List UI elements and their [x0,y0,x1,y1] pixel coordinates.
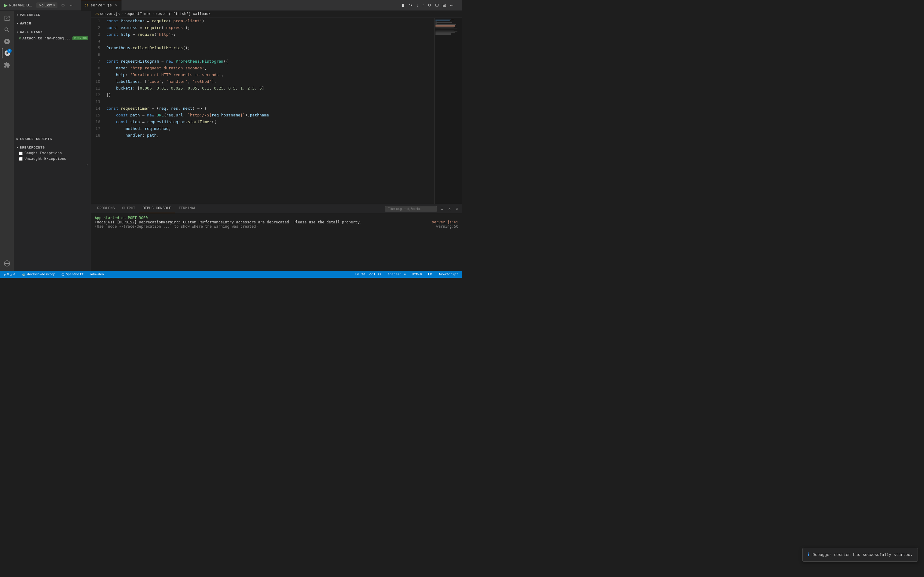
encoding-text: UTF-8 [412,272,422,276]
minimap [435,18,462,204]
format-button[interactable]: ≡ [439,206,444,212]
loaded-scripts-chevron: ▶ [16,137,19,141]
code-line-1: const Prometheus = require('prom-client'… [106,18,432,24]
minimap-line [435,30,437,30]
pause-button[interactable]: ⏸ [400,2,406,8]
activity-git[interactable] [2,36,12,47]
variables-header[interactable]: ▾ VARIABLES [14,12,91,18]
code-content[interactable]: const Prometheus = require('prom-client'… [104,18,435,204]
play-icon: ▶ [4,3,8,8]
openshift-label: OpenShift [66,272,84,276]
debug-console-filter[interactable] [385,206,437,211]
error-count-item[interactable]: ⊗ 0 ⚠ 0 [2,272,16,277]
minimap-line [435,34,451,35]
encoding-item[interactable]: UTF-8 [410,272,423,276]
spaces-item[interactable]: Spaces: 4 [386,272,407,276]
editor-area: JS server.js › requestTimer › res.on('fi… [91,11,462,271]
sidebar-spacer [14,43,91,134]
call-stack-label: CALL STACK [20,30,43,34]
layout-button[interactable]: ⊞ [441,2,448,8]
line-ending-text: LF [428,272,432,276]
error-icon: ⊗ [4,272,6,277]
breadcrumb: JS server.js › requestTimer › res.on('fi… [91,11,462,18]
breadcrumb-js-icon: JS [95,12,99,16]
code-line-3: const http = require('http'); [106,31,432,38]
breadcrumb-sep1: › [121,12,123,16]
activity-remote[interactable] [2,258,12,269]
main-layout: 1 ▾ VARIABLES ▾ WATCH [0,11,462,271]
tab-terminal[interactable]: TERMINAL [175,204,200,213]
call-stack-header[interactable]: ▾ CALL STACK [14,29,91,35]
minimap-line [435,19,451,20]
breakpoints-expand[interactable]: › [14,162,91,168]
warning-icon: ⚠ [10,272,12,277]
minimap-line [435,33,451,34]
uncaught-exceptions-item[interactable]: Uncaught Exceptions [14,156,91,162]
spaces-text: Spaces: 4 [388,272,406,276]
caught-exceptions-item[interactable]: Caught Exceptions [14,151,91,156]
sidebar-scroll[interactable]: ▾ VARIABLES ▾ WATCH ▾ CALL STACK [14,11,91,271]
code-editor[interactable]: 12345 678910 1112131415 161718 const Pro… [91,18,462,204]
disconnect-button[interactable]: ⬡ [434,2,440,8]
status-bar-left: ⊗ 0 ⚠ 0 🐳 docker-desktop ⬡ OpenShift odo… [2,272,105,277]
openshift-icon: ⬡ [61,272,64,277]
language-item[interactable]: JavaScript [437,272,460,276]
tab-close-icon[interactable]: × [115,3,118,8]
breakpoints-chevron: ▾ [16,146,19,150]
step-over-button[interactable]: ↷ [407,2,414,8]
more-debug-button[interactable]: ··· [449,2,455,8]
line-ending-item[interactable]: LF [427,272,433,276]
activity-search[interactable] [2,25,12,35]
code-line-7: const requestHistogram = new Prometheus.… [106,58,432,65]
close-panel-button[interactable]: × [455,206,460,212]
openshift-item[interactable]: ⬡ OpenShift [60,272,85,277]
tab-problems[interactable]: PROBLEMS [93,204,119,213]
call-stack-item[interactable]: ⚙ Attach to 'my-nodej... RUNNING [14,35,91,42]
activity-extensions[interactable] [2,60,12,70]
warning-count: 0 [13,272,16,276]
breadcrumb-func2: res.on('finish') callback [156,12,211,16]
code-line-18: handler: path, [106,132,432,139]
breakpoints-more-icon: › [86,163,88,167]
variables-chevron: ▾ [16,13,19,17]
status-bar: ⊗ 0 ⚠ 0 🐳 docker-desktop ⬡ OpenShift odo… [0,271,462,278]
deprecation-warning-text: (node:61) [DEP0152] DeprecationWarning: … [95,220,362,224]
odo-item[interactable]: odo-dev [89,272,105,276]
code-line-13 [106,98,432,105]
tab-output[interactable]: OUTPUT [119,204,139,213]
minimap-line [435,26,455,27]
activity-explorer[interactable] [2,13,12,24]
collapse-panel-button[interactable]: ∧ [447,206,452,212]
server-js-ref[interactable]: server.js:65 [432,220,458,224]
trace-deprecation-text: (Use `node --trace-deprecation ...` to s… [95,224,258,229]
more-button[interactable]: ··· [69,2,75,8]
settings-button[interactable]: ⚙ [60,2,66,8]
step-into-button[interactable]: ↓ [415,2,420,8]
run-debug-button[interactable]: ▶ RUN AND D... [2,2,34,8]
uncaught-exceptions-checkbox[interactable] [19,157,23,161]
breakpoints-header[interactable]: ▾ BREAKPOINTS [14,145,91,151]
no-config-dropdown[interactable]: No Conf ▾ [36,2,58,8]
docker-item[interactable]: 🐳 docker-desktop [20,272,56,277]
console-line-3: (Use `node --trace-deprecation ...` to s… [95,224,458,229]
warning-ref: warning:50 [436,224,458,229]
debug-badge: 1 [7,48,11,53]
minimap-content [435,18,462,36]
breadcrumb-sep2: › [152,12,154,16]
restart-button[interactable]: ↺ [427,2,433,8]
console-line-1: App started on PORT 3000 [95,216,458,220]
error-count: 0 [7,272,9,276]
breadcrumb-func1: requestTimer [124,12,151,16]
cursor-position[interactable]: Ln 20, Col 27 [354,272,383,276]
caught-exceptions-checkbox[interactable] [19,152,23,155]
tab-debug-console[interactable]: DEBUG CONSOLE [139,204,175,213]
watch-header[interactable]: ▾ WATCH [14,21,91,27]
activity-debug[interactable]: 1 [2,48,12,58]
minimap-line [435,27,454,27]
tab-filename: server.js [90,3,112,8]
loaded-scripts-header[interactable]: ▶ LOADED SCRIPTS [14,136,91,142]
server-js-tab[interactable]: JS server.js × [81,0,122,11]
step-out-button[interactable]: ↑ [421,2,425,8]
docker-icon: 🐳 [21,272,26,277]
breakpoints-label: BREAKPOINTS [20,146,45,150]
